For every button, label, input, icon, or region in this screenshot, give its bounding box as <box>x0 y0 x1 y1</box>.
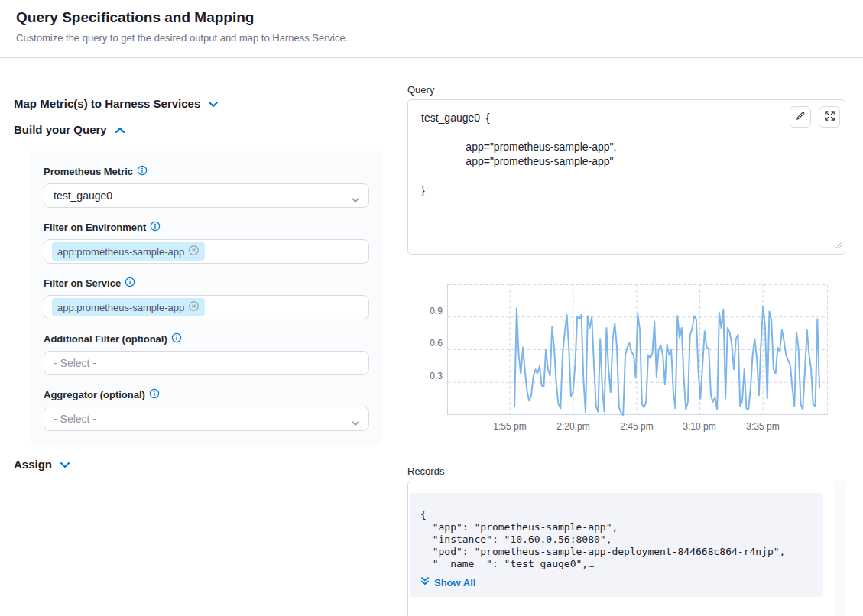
additional-filter-input[interactable]: - Select - <box>44 351 369 375</box>
query-specifications-page: Query Specifications and Mapping Customi… <box>0 0 863 616</box>
chevron-down-icon <box>208 97 219 110</box>
chevron-down-icon <box>351 193 360 206</box>
records-container: { "app": "prometheus-sample-app", "insta… <box>407 481 845 616</box>
section-build-query[interactable]: Build your Query <box>14 123 125 136</box>
section-assign-label: Assign <box>14 458 52 471</box>
info-icon[interactable] <box>149 388 160 401</box>
resize-handle[interactable] <box>835 238 843 252</box>
x-tick-label: 3:35 pm <box>738 421 787 432</box>
filter-environment-input[interactable]: app:prometheus-sample-app <box>44 239 369 264</box>
query-label: Query <box>407 84 434 96</box>
y-tick-label: 0.3 <box>412 371 443 381</box>
chevron-up-icon <box>115 123 125 136</box>
filter-environment-chip: app:prometheus-sample-app <box>52 242 205 261</box>
section-map-metrics-label: Map Metric(s) to Harness Services <box>14 97 200 110</box>
metric-preview-chart: 0.9 0.6 0.3 1:55 pm 2:20 pm 2:45 pm 3:10… <box>407 278 845 434</box>
records-scrollbar[interactable] <box>835 481 845 616</box>
record-card: { "app": "prometheus-sample-app", "insta… <box>410 493 823 597</box>
records-label: Records <box>407 465 444 477</box>
x-tick-label: 1:55 pm <box>485 421 534 432</box>
section-assign[interactable]: Assign <box>14 458 70 471</box>
aggregator-label: Aggregator (optional) <box>44 388 369 401</box>
fullscreen-icon <box>824 110 835 125</box>
filter-service-chip: app:prometheus-sample-app <box>52 298 205 316</box>
expand-query-button[interactable] <box>819 106 840 128</box>
info-icon[interactable] <box>171 332 182 345</box>
section-build-query-label: Build your Query <box>14 123 107 136</box>
remove-chip-icon[interactable] <box>188 245 200 258</box>
prometheus-metric-label: Prometheus Metric <box>44 165 369 178</box>
y-tick-label: 0.9 <box>412 306 443 316</box>
chart-series-line <box>514 306 819 416</box>
remove-chip-icon[interactable] <box>188 300 200 314</box>
edit-query-button[interactable] <box>790 106 811 128</box>
header-divider <box>0 57 863 58</box>
filter-service-label: Filter on Service <box>44 277 369 290</box>
section-map-metrics[interactable]: Map Metric(s) to Harness Services <box>14 97 219 110</box>
show-all-link[interactable]: Show All <box>420 576 475 588</box>
y-tick-label: 0.6 <box>412 338 443 349</box>
prometheus-metric-select[interactable]: test_gauge0 <box>44 183 369 208</box>
filter-service-input[interactable]: app:prometheus-sample-app <box>44 295 369 319</box>
page-title: Query Specifications and Mapping <box>16 9 254 26</box>
pencil-icon <box>795 110 806 125</box>
record-json-text: { "app": "prometheus-sample-app", "insta… <box>420 509 785 570</box>
info-icon[interactable] <box>137 165 148 178</box>
build-query-panel: Prometheus Metric test_gauge0 Filter on … <box>31 151 382 445</box>
double-chevron-down-icon <box>420 576 430 588</box>
info-icon[interactable] <box>150 221 161 234</box>
x-tick-label: 3:10 pm <box>675 421 724 432</box>
additional-filter-label: Additional Filter (optional) <box>44 332 369 345</box>
chevron-down-icon <box>351 417 360 429</box>
x-tick-label: 2:45 pm <box>612 421 661 432</box>
filter-environment-label: Filter on Environment <box>44 221 369 234</box>
chart-plot-area <box>447 284 829 416</box>
x-tick-label: 2:20 pm <box>549 421 598 432</box>
info-icon[interactable] <box>125 277 135 290</box>
page-subtitle: Customize the query to get the desired o… <box>16 32 348 44</box>
query-editor[interactable]: test_gauge0 { app="prometheus-sample-app… <box>407 99 845 255</box>
query-text: test_gauge0 { app="prometheus-sample-app… <box>421 111 616 198</box>
aggregator-select[interactable]: - Select - <box>44 407 369 431</box>
chevron-down-icon <box>60 458 70 471</box>
